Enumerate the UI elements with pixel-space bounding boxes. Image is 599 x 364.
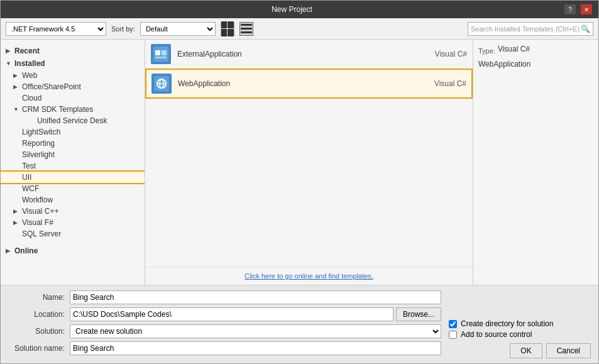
- sidebar-section-online[interactable]: ▶ Online: [1, 245, 145, 257]
- description-value: WebApplication: [478, 60, 593, 69]
- sidebar-item-label: Workflow: [22, 196, 53, 204]
- ok-button[interactable]: OK: [510, 343, 542, 358]
- bottom-form-left: Name: Location: Browse... Solution: Crea…: [8, 290, 441, 358]
- sidebar-item-test[interactable]: ▶ Test: [1, 160, 145, 172]
- sidebar-item-label: UII: [22, 173, 31, 182]
- sidebar-item-web[interactable]: ▶ Web: [1, 70, 145, 81]
- vcpp-arrow: ▶: [13, 208, 19, 214]
- sidebar-item-label: WCF: [22, 184, 39, 193]
- sidebar-item-label: SQL Server: [22, 229, 61, 238]
- main-content: ▶ Recent ▼ Installed ▶ Web ▶ Office/Shar…: [1, 40, 598, 285]
- search-input[interactable]: [471, 25, 581, 33]
- sidebar-section-installed[interactable]: ▼ Installed: [1, 57, 145, 70]
- sidebar-item-silverlight[interactable]: ▶ Silverlight: [1, 149, 145, 160]
- name-row: Name:: [8, 290, 441, 304]
- svg-rect-1: [155, 50, 160, 55]
- new-project-dialog: New Project ? ✕ .NET Framework 4.5 Sort …: [0, 0, 599, 364]
- create-dir-label: Create directory for solution: [461, 319, 553, 328]
- name-label: Name:: [8, 293, 65, 302]
- template-list: ExternalApplication Visual C# WebApplica…: [145, 40, 473, 267]
- online-link[interactable]: Click here to go online and find templat…: [145, 267, 473, 285]
- sort-label: Sort by:: [111, 25, 135, 33]
- sidebar-item-label: Visual C++: [22, 207, 58, 216]
- sidebar-item-label: Visual F#: [22, 218, 53, 227]
- recent-label: Recent: [14, 47, 40, 55]
- list-view-button[interactable]: [239, 22, 253, 36]
- sidebar-item-label: Unified Service Desk: [37, 116, 107, 125]
- action-buttons: OK Cancel: [446, 343, 591, 358]
- sidebar-item-label: Silverlight: [22, 150, 55, 159]
- sidebar-item-label: CRM SDK Templates: [22, 105, 93, 114]
- sidebar-item-office[interactable]: ▶ Office/SharePoint: [1, 81, 145, 92]
- template-item-external[interactable]: ExternalApplication Visual C#: [145, 40, 473, 69]
- solution-row: Solution: Create new solution: [8, 324, 441, 338]
- type-value: Visual C#: [498, 45, 530, 53]
- sidebar-item-sql[interactable]: ▶ SQL Server: [1, 228, 145, 240]
- framework-select[interactable]: .NET Framework 4.5: [6, 22, 106, 36]
- svg-rect-2: [162, 50, 167, 55]
- sidebar-item-workflow[interactable]: ▶ Workflow: [1, 194, 145, 206]
- title-bar: New Project ? ✕: [1, 1, 598, 18]
- sidebar-item-label: Reporting: [22, 139, 55, 148]
- template-icon-webapp: [151, 74, 172, 94]
- solution-name-input[interactable]: [70, 341, 441, 355]
- location-input-group: Browse...: [70, 307, 441, 321]
- sidebar-item-vcpp[interactable]: ▶ Visual C++: [1, 206, 145, 217]
- location-input[interactable]: [70, 307, 393, 321]
- title-bar-buttons: ? ✕: [564, 4, 592, 14]
- sidebar-item-crm[interactable]: ▼ CRM SDK Templates: [1, 104, 145, 115]
- sidebar-item-cloud[interactable]: ▶ Cloud: [1, 92, 145, 104]
- sidebar-item-uii[interactable]: ▶ UII: [1, 172, 145, 183]
- search-box: 🔍: [468, 22, 593, 36]
- sidebar-item-label: Web: [22, 71, 37, 80]
- sidebar: ▶ Recent ▼ Installed ▶ Web ▶ Office/Shar…: [1, 40, 145, 285]
- recent-arrow: ▶: [6, 48, 12, 54]
- toolbar: .NET Framework 4.5 Sort by: Default 🔍: [1, 18, 598, 40]
- sidebar-scroll[interactable]: ▶ Recent ▼ Installed ▶ Web ▶ Office/Shar…: [1, 42, 145, 260]
- bottom-form-area: Name: Location: Browse... Solution: Crea…: [8, 290, 591, 358]
- help-button[interactable]: ?: [564, 4, 576, 14]
- template-item-webapp[interactable]: WebApplication Visual C#: [145, 69, 473, 99]
- content-middle: ExternalApplication Visual C# WebApplica…: [145, 40, 473, 285]
- location-label: Location:: [8, 310, 65, 319]
- svg-rect-3: [155, 57, 167, 58]
- close-button[interactable]: ✕: [581, 4, 592, 14]
- type-label: Type:: [478, 47, 495, 55]
- dialog-title: New Project: [19, 5, 564, 14]
- cancel-button[interactable]: Cancel: [546, 343, 591, 358]
- solution-name-label: Solution name:: [8, 344, 65, 353]
- template-type: Visual C#: [435, 50, 467, 58]
- sidebar-item-reporting[interactable]: ▶ Reporting: [1, 138, 145, 149]
- name-input[interactable]: [70, 290, 441, 304]
- installed-label: Installed: [14, 59, 45, 68]
- sort-select[interactable]: Default: [140, 22, 216, 36]
- solution-name-row: Solution name:: [8, 341, 441, 355]
- create-dir-row: Create directory for solution: [449, 319, 591, 328]
- right-panel: Type: Visual C# WebApplication: [473, 40, 598, 285]
- crm-arrow: ▼: [13, 106, 19, 113]
- sidebar-item-label: Office/SharePoint: [22, 82, 81, 91]
- office-arrow: ▶: [13, 84, 19, 90]
- sidebar-item-lightswitch[interactable]: ▶ LightSwitch: [1, 126, 145, 138]
- template-type: Visual C#: [434, 79, 466, 88]
- add-source-label: Add to source control: [461, 330, 532, 339]
- web-arrow: ▶: [13, 72, 19, 79]
- list-view-icon: [241, 24, 252, 33]
- sidebar-section-recent[interactable]: ▶ Recent: [1, 45, 145, 57]
- solution-select[interactable]: Create new solution: [70, 324, 441, 338]
- sidebar-item-label: Test: [22, 162, 36, 170]
- add-source-checkbox[interactable]: [449, 331, 457, 339]
- sidebar-item-wcf[interactable]: ▶ WCF: [1, 183, 145, 194]
- sidebar-item-usd[interactable]: ▶ Unified Service Desk: [1, 115, 145, 126]
- add-source-row: Add to source control: [449, 330, 591, 339]
- template-icon-external: [151, 44, 171, 64]
- online-arrow: ▶: [6, 248, 12, 254]
- bottom-section: Name: Location: Browse... Solution: Crea…: [1, 285, 598, 363]
- location-row: Location: Browse...: [8, 307, 441, 321]
- browse-button[interactable]: Browse...: [396, 307, 441, 321]
- solution-label: Solution:: [8, 327, 65, 336]
- grid-view-button[interactable]: [221, 22, 234, 36]
- grid-view-icon: [221, 21, 234, 36]
- create-dir-checkbox[interactable]: [449, 320, 457, 328]
- sidebar-item-vf[interactable]: ▶ Visual F#: [1, 217, 145, 228]
